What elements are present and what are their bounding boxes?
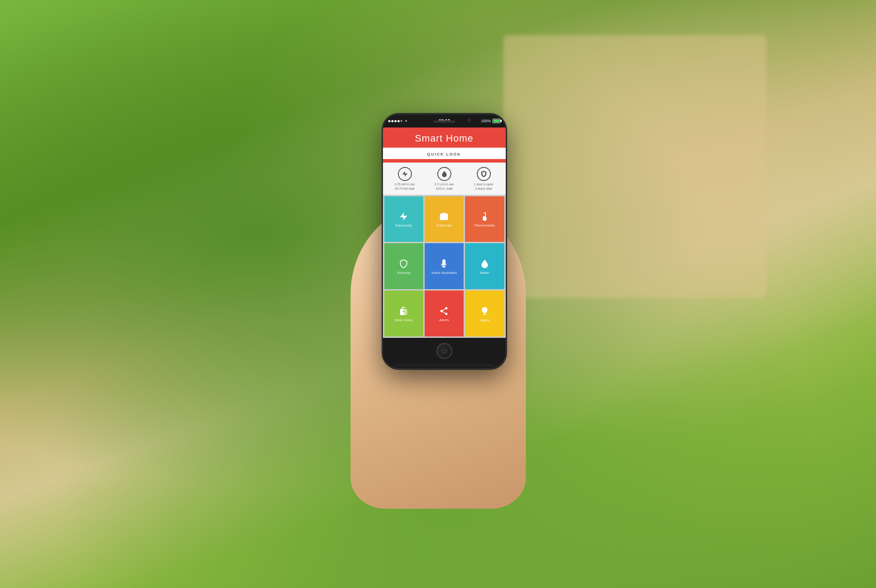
signal-dots: ▼: [388, 119, 408, 123]
electricity-stat-icon: [398, 167, 412, 181]
security-label: Security: [397, 271, 411, 275]
app-subtitle: QUICK LOOK: [427, 152, 461, 156]
lightbulb-icon: [480, 306, 489, 316]
grid-item-water[interactable]: Water: [465, 243, 504, 289]
hand-phone-scene: ▼ 10:12 100% Smart Home: [324, 114, 552, 509]
phone-body: ▼ 10:12 100% Smart Home: [383, 114, 506, 368]
camera-icon: [439, 212, 449, 221]
phone: ▼ 10:12 100% Smart Home: [383, 114, 506, 368]
lightning-icon: [399, 212, 408, 221]
grid-item-electricity[interactable]: Electricity: [384, 196, 423, 242]
stat-doors[interactable]: 1 door is open 3 doors total: [464, 167, 504, 191]
home-button[interactable]: [436, 343, 452, 359]
water-label: Water: [480, 271, 490, 275]
battery-fill: [493, 120, 500, 122]
alerts-label: Alerts: [439, 318, 449, 322]
scene: ▼ 10:12 100% Smart Home: [0, 0, 876, 588]
signal-dot-2: [391, 120, 394, 122]
power-icon: [441, 347, 448, 354]
quick-stats: 0.25 kW in use 54.75 kW total 2.3 L/m in…: [383, 163, 506, 195]
network-indicator: ▼: [404, 119, 408, 123]
grid-item-alerts[interactable]: Alerts: [425, 290, 464, 337]
grid-item-security[interactable]: Security: [384, 243, 423, 289]
water-stat-icon: [437, 167, 451, 181]
signal-dot-4: [397, 120, 400, 122]
subtitle-bar: QUICK LOOK: [383, 148, 506, 159]
battery-percent: 100%: [481, 119, 491, 123]
phone-camera: [468, 119, 471, 122]
battery-icon: [493, 119, 500, 123]
signal-dot-3: [394, 120, 397, 122]
electricity-label: Electricity: [395, 223, 412, 227]
lights-label: Lights: [479, 318, 489, 322]
stat-water[interactable]: 2.3 L/m in use 125.5 L total: [425, 167, 464, 191]
shield-icon: [399, 259, 408, 269]
phone-screen: Smart Home QUICK LOOK 0.25 kW in u: [383, 128, 506, 338]
grid-item-voice-assistant[interactable]: Voice Assistant: [425, 243, 464, 289]
app-header: Smart Home QUICK LOOK: [383, 128, 506, 163]
stat-electricity[interactable]: 0.25 kW in use 54.75 kW total: [385, 167, 425, 191]
microphone-icon: [439, 259, 449, 269]
thermometer-icon: [480, 212, 489, 221]
door-lock-icon: [399, 306, 408, 316]
water-stat-text: 2.3 L/m in use 125.5 L total: [435, 182, 454, 191]
signal-dot-1: [388, 120, 390, 122]
door-stat-text: 1 door is open 3 doors total: [474, 182, 493, 191]
signal-dot-5: [401, 120, 402, 122]
phone-bottom: [383, 338, 506, 364]
phone-speaker: [433, 120, 455, 123]
door-locks-label: Door locks: [395, 318, 413, 322]
door-stat-icon: [477, 167, 491, 181]
speaker-icon: [439, 306, 449, 316]
battery-indicator: 100%: [481, 119, 500, 123]
grid-item-cameras[interactable]: Cameras: [425, 196, 464, 242]
thermostats-label: Thermostats: [474, 223, 495, 227]
grid-item-lights[interactable]: Lights: [465, 290, 504, 337]
app-grid: Electricity Cameras Thermostats: [383, 195, 506, 338]
grid-item-thermostats[interactable]: Thermostats: [465, 196, 504, 242]
voice-assistant-label: Voice Assistant: [431, 271, 457, 275]
app-title: Smart Home: [383, 133, 506, 144]
cameras-label: Cameras: [436, 223, 452, 227]
grid-item-door-locks[interactable]: Door locks: [384, 290, 423, 337]
electricity-stat-text: 0.25 kW in use 54.75 kW total: [394, 182, 415, 191]
water-drop-icon: [480, 259, 489, 269]
